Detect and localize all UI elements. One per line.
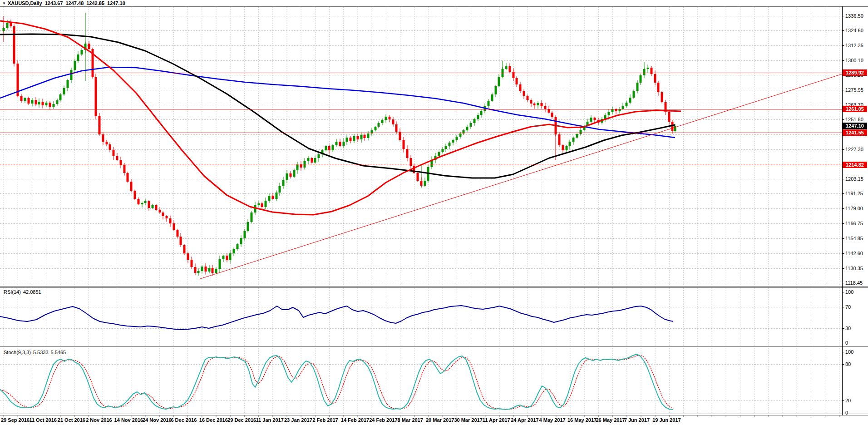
candle-body xyxy=(130,182,133,191)
candle-body xyxy=(558,134,561,145)
candle-body xyxy=(594,118,596,120)
candle-body xyxy=(293,170,296,177)
candle-body xyxy=(169,218,172,223)
time-tick-label: 11 Jan 2017 xyxy=(256,417,284,423)
candle-body xyxy=(403,140,405,149)
ohlc-low: 1242.85 xyxy=(86,0,104,6)
candle-body xyxy=(222,256,225,259)
candle-body xyxy=(35,100,37,104)
candle-body xyxy=(272,196,274,199)
rsi-tick-label: 100 xyxy=(845,289,853,295)
stoch-indicator-label: Stoch(9,3,3)5.53335.5465 xyxy=(4,350,68,355)
symbol-dropdown-arrow-icon[interactable]: ▼ xyxy=(2,1,6,5)
candle-body xyxy=(95,77,97,116)
candle-body xyxy=(177,230,179,237)
candle-body xyxy=(381,120,384,123)
time-tick-label: 14 Feb 2017 xyxy=(341,417,369,423)
candle-body xyxy=(622,106,624,109)
candle-body xyxy=(247,222,249,231)
candle-body xyxy=(254,205,256,212)
candle-body xyxy=(38,102,40,104)
time-tick-label: 29 Sep 2016 xyxy=(1,417,30,423)
candle-body xyxy=(438,152,440,156)
candle-body xyxy=(20,96,23,101)
candle-body xyxy=(551,113,553,117)
time-tick-label: 24 Nov 2016 xyxy=(143,417,172,423)
price-tick-label: 1142.60 xyxy=(845,251,863,256)
rsi-tick-label: 70 xyxy=(845,304,851,310)
ohlc-high: 1247.48 xyxy=(65,0,84,6)
candle-body xyxy=(629,98,631,103)
candle-body xyxy=(668,112,671,122)
price-line-badge: 1289.92 xyxy=(843,69,867,76)
candle-body xyxy=(636,83,639,91)
candle-body xyxy=(395,124,398,132)
time-tick-label: 30 Mar 2017 xyxy=(454,417,482,423)
candle-body xyxy=(488,101,490,106)
candle-body xyxy=(364,135,366,138)
candle-body xyxy=(626,103,628,106)
candle-body xyxy=(251,212,253,222)
time-tick-label: 2 Feb 2017 xyxy=(312,417,338,423)
time-tick-label: 6 Dec 2016 xyxy=(171,417,197,423)
candle-body xyxy=(357,136,359,139)
chart-canvas[interactable] xyxy=(0,0,868,425)
chart-header: ▼XAUUSD,Daily1243.671247.481242.851247.1… xyxy=(2,0,128,6)
candle-body xyxy=(406,149,409,158)
price-line-badge: 1261.05 xyxy=(843,106,867,112)
candle-body xyxy=(473,119,476,123)
price-tick-label: 1191.25 xyxy=(845,191,863,196)
trendline xyxy=(199,74,843,279)
candle-body xyxy=(580,130,582,134)
candle-body xyxy=(279,186,281,193)
symbol-title: XAUUSD,Daily xyxy=(8,0,42,6)
candle-body xyxy=(339,142,341,146)
candle-body xyxy=(466,127,469,130)
candle-body xyxy=(180,237,182,245)
candle-body xyxy=(276,193,278,199)
candle-body xyxy=(162,212,164,216)
stoch-value-main: 5.5333 xyxy=(33,350,49,355)
price-line-badge: 1214.82 xyxy=(843,162,867,168)
candle-body xyxy=(445,146,447,149)
candle-body xyxy=(350,138,352,141)
candle-body xyxy=(590,118,592,122)
stoch-d-line xyxy=(0,355,673,409)
candle-body xyxy=(442,149,444,152)
candle-body xyxy=(307,158,310,161)
candle-body xyxy=(562,145,564,150)
ohlc-close: 1247.10 xyxy=(107,0,125,6)
candle-body xyxy=(138,199,140,204)
candle-body xyxy=(74,61,76,70)
rsi-indicator-label: RSI(14)42.0851 xyxy=(4,289,44,295)
time-tick-label: 11 Apr 2017 xyxy=(483,417,510,423)
candle-body xyxy=(527,96,529,100)
candle-body xyxy=(113,150,115,156)
candle-body xyxy=(459,133,462,137)
candle-body xyxy=(548,109,550,113)
candle-body xyxy=(155,205,158,210)
candle-body xyxy=(360,135,363,139)
price-tick-label: 1275.95 xyxy=(845,87,863,93)
time-tick-label: 16 May 2017 xyxy=(567,417,597,423)
time-tick-label: 11 Oct 2016 xyxy=(29,417,57,423)
time-tick-label: 21 Oct 2016 xyxy=(58,417,85,423)
candle-body xyxy=(495,86,497,94)
candle-body xyxy=(144,201,147,203)
time-tick-label: 23 Jan 2017 xyxy=(284,417,312,423)
candle-body xyxy=(449,143,451,146)
candle-body xyxy=(282,180,285,186)
candle-body xyxy=(325,146,327,150)
candle-body xyxy=(109,144,111,150)
candle-body xyxy=(530,100,533,104)
candle-body xyxy=(647,68,649,69)
candle-body xyxy=(56,100,59,104)
candle-body xyxy=(452,140,454,143)
candle-body xyxy=(63,88,65,94)
candle-body xyxy=(127,173,129,182)
price-tick-label: 1336.50 xyxy=(845,13,863,19)
candle-body xyxy=(572,138,575,142)
time-tick-label: 19 Jun 2017 xyxy=(652,417,681,423)
candle-body xyxy=(53,104,55,107)
candle-body xyxy=(311,158,313,163)
